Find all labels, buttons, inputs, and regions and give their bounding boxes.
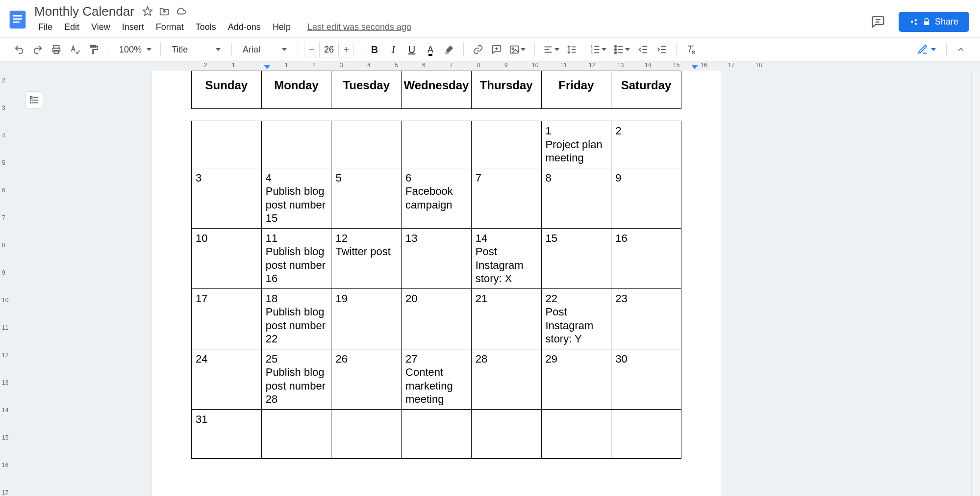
day-header[interactable]: Sunday — [192, 71, 262, 109]
day-header[interactable]: Wednesday — [402, 71, 472, 109]
outline-toggle-button[interactable] — [25, 91, 43, 109]
calendar-cell[interactable]: 3 — [192, 168, 262, 228]
calendar-cell[interactable]: 13 — [402, 228, 472, 288]
calendar-cell[interactable]: 15 — [541, 228, 611, 288]
insert-link-button[interactable] — [470, 41, 486, 58]
comments-icon[interactable] — [870, 14, 886, 30]
text-color-button[interactable]: A — [422, 41, 439, 58]
vertical-ruler[interactable]: 234567891011121314151617 — [0, 71, 10, 496]
day-header[interactable]: Thursday — [471, 71, 541, 109]
calendar-cell[interactable] — [471, 409, 541, 458]
bold-button[interactable]: B — [366, 41, 383, 58]
calendar-cell[interactable]: 29 — [541, 349, 611, 409]
calendar-cell[interactable]: 7 — [471, 168, 541, 228]
calendar-body-table[interactable]: 1Project plan meeting234Publish blog pos… — [191, 121, 681, 459]
calendar-cell[interactable]: 17 — [192, 288, 262, 349]
calendar-cell[interactable]: 1Project plan meeting — [541, 121, 611, 168]
calendar-cell[interactable] — [471, 121, 541, 168]
share-button[interactable]: Share — [899, 12, 969, 32]
calendar-cell[interactable]: 14Post Instagram story: X — [471, 228, 541, 288]
calendar-cell[interactable] — [541, 409, 611, 458]
spellcheck-button[interactable] — [67, 41, 83, 58]
page[interactable]: SundayMondayTuesdayWednesdayThursdayFrid… — [152, 71, 721, 496]
calendar-cell[interactable]: 23 — [611, 288, 681, 349]
zoom-select[interactable]: 100% — [114, 41, 154, 58]
day-header[interactable]: Saturday — [611, 71, 681, 109]
calendar-cell[interactable]: 22Post Instagram story: Y — [541, 288, 611, 349]
decrease-indent-button[interactable] — [635, 41, 652, 58]
document-scroll-area[interactable]: SundayMondayTuesdayWednesdayThursdayFrid… — [10, 71, 971, 496]
calendar-cell[interactable]: 24 — [192, 349, 262, 409]
calendar-cell[interactable]: 18Publish blog post number 22 — [261, 288, 331, 349]
font-size-input[interactable] — [319, 42, 339, 57]
insert-comment-button[interactable] — [488, 41, 505, 58]
calendar-cell[interactable]: 9 — [611, 168, 681, 228]
menu-tools[interactable]: Tools — [191, 20, 221, 34]
calendar-cell[interactable] — [261, 409, 331, 458]
increase-indent-button[interactable] — [653, 41, 670, 58]
print-button[interactable] — [48, 41, 65, 58]
left-indent-marker[interactable] — [264, 65, 271, 69]
calendar-cell[interactable]: 30 — [611, 349, 681, 409]
calendar-cell[interactable] — [611, 409, 681, 458]
last-edit-link[interactable]: Last edit was seconds ago — [307, 22, 411, 32]
calendar-cell[interactable]: 26 — [331, 349, 402, 409]
vertical-scrollbar[interactable] — [971, 71, 980, 496]
day-header[interactable]: Tuesday — [331, 71, 402, 109]
calendar-cell[interactable]: 11Publish blog post number 16 — [261, 228, 331, 288]
calendar-cell[interactable] — [402, 121, 472, 168]
italic-button[interactable]: I — [385, 41, 402, 58]
calendar-cell[interactable] — [192, 121, 262, 168]
calendar-cell[interactable]: 25Publish blog post number 28 — [261, 349, 331, 409]
insert-image-button[interactable] — [507, 41, 528, 58]
menu-insert[interactable]: Insert — [117, 20, 149, 34]
calendar-cell[interactable]: 2 — [611, 121, 681, 168]
doc-title[interactable]: Monthly Calendar — [32, 4, 136, 19]
calendar-header-table[interactable]: SundayMondayTuesdayWednesdayThursdayFrid… — [191, 71, 681, 109]
horizontal-ruler[interactable]: 21123456789101112131415161718 — [0, 62, 980, 71]
line-spacing-button[interactable] — [564, 41, 586, 58]
docs-logo[interactable] — [6, 5, 29, 34]
day-header[interactable]: Friday — [541, 71, 611, 109]
clear-formatting-button[interactable] — [682, 41, 699, 58]
font-select[interactable]: Arial — [238, 41, 292, 58]
calendar-cell[interactable]: 16 — [611, 228, 681, 288]
collapse-toolbar-button[interactable] — [953, 41, 969, 58]
calendar-cell[interactable]: 21 — [471, 288, 541, 349]
redo-button[interactable] — [29, 41, 46, 58]
paragraph-style-select[interactable]: Title — [167, 41, 226, 58]
menu-view[interactable]: View — [86, 20, 115, 34]
day-header[interactable]: Monday — [261, 71, 331, 109]
calendar-cell[interactable]: 10 — [192, 228, 262, 288]
align-button[interactable] — [541, 41, 562, 58]
highlight-button[interactable] — [441, 41, 457, 58]
calendar-cell[interactable] — [261, 121, 331, 168]
calendar-cell[interactable]: 27Content marketing meeting — [402, 349, 472, 409]
calendar-cell[interactable]: 8 — [541, 168, 611, 228]
menu-edit[interactable]: Edit — [59, 20, 84, 34]
underline-button[interactable]: U — [403, 41, 420, 58]
calendar-cell[interactable] — [331, 121, 402, 168]
calendar-cell[interactable]: 20 — [402, 288, 472, 349]
cloud-status-icon[interactable] — [176, 6, 186, 17]
numbered-list-button[interactable]: 123 — [588, 41, 609, 58]
menu-file[interactable]: File — [33, 20, 57, 34]
calendar-cell[interactable]: 19 — [331, 288, 402, 349]
star-icon[interactable] — [142, 6, 153, 17]
calendar-cell[interactable]: 5 — [331, 168, 402, 228]
editing-mode-button[interactable] — [913, 42, 940, 57]
calendar-cell[interactable]: 12Twitter post — [331, 228, 402, 288]
calendar-cell[interactable] — [331, 409, 402, 458]
calendar-cell[interactable]: 4Publish blog post number 15 — [261, 168, 331, 228]
calendar-cell[interactable]: 31 — [192, 409, 262, 458]
calendar-cell[interactable]: 28 — [471, 349, 541, 409]
menu-format[interactable]: Format — [151, 20, 189, 34]
font-size-decrease[interactable]: − — [304, 42, 319, 57]
calendar-cell[interactable]: 6Facebook campaign — [402, 168, 472, 228]
menu-addons[interactable]: Add-ons — [223, 20, 266, 34]
font-size-increase[interactable]: + — [339, 42, 353, 57]
move-icon[interactable] — [159, 6, 170, 17]
menu-help[interactable]: Help — [268, 20, 296, 34]
bulleted-list-button[interactable] — [611, 41, 633, 58]
paint-format-button[interactable] — [85, 41, 102, 58]
